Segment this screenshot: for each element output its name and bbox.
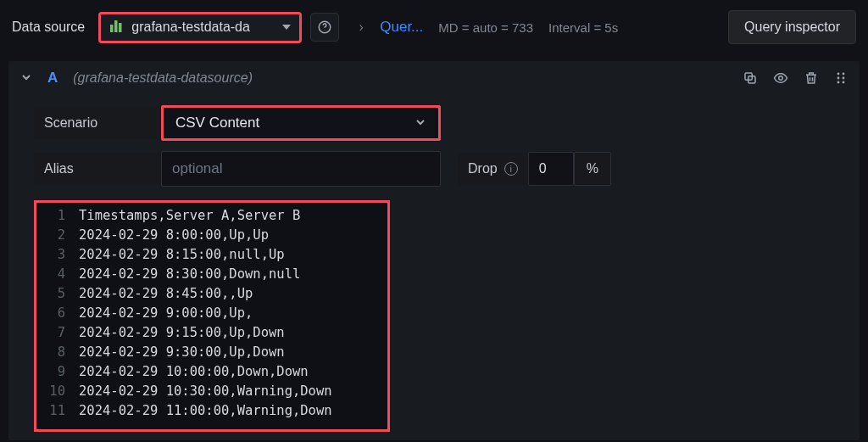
datasource-label: Data source (12, 20, 85, 35)
scenario-select[interactable]: CSV Content (161, 105, 441, 141)
line-content: 2024-02-29 11:00:00,Warning,Down (79, 401, 332, 421)
line-content: Timestamps,Server A,Server B (79, 206, 300, 226)
alias-label: Alias (34, 153, 161, 185)
query-header: A (grafana-testdata-datasource) (8, 61, 860, 102)
svg-rect-0 (110, 25, 114, 32)
datasource-name: grafana-testdata-da (131, 20, 274, 35)
delete-button[interactable] (804, 70, 819, 86)
datasource-picker[interactable]: grafana-testdata-da (98, 12, 302, 43)
line-content: 2024-02-29 10:30:00,Warning,Down (79, 382, 332, 401)
stat-md: MD = auto = 733 (438, 20, 533, 35)
visibility-toggle[interactable] (773, 70, 788, 86)
editor-line[interactable]: 92024-02-29 10:00:00,Down,Down (36, 362, 387, 382)
line-number: 4 (36, 265, 79, 284)
collapse-toggle[interactable] (20, 71, 32, 86)
query-inspector-button[interactable]: Query inspector (728, 10, 856, 44)
editor-line[interactable]: 82024-02-29 9:30:00,Up,Down (36, 343, 387, 362)
drop-label-text: Drop (468, 161, 498, 176)
editor-line[interactable]: 32024-02-29 8:15:00,null,Up (36, 245, 387, 265)
editor-line[interactable]: 1Timestamps,Server A,Server B (36, 206, 387, 226)
scenario-label: Scenario (34, 107, 161, 139)
line-content: 2024-02-29 9:15:00,Up,Down (79, 323, 285, 343)
svg-point-13 (843, 81, 845, 84)
chevron-down-icon (415, 116, 426, 131)
scenario-row: Scenario CSV Content (8, 102, 860, 144)
editor-line[interactable]: 42024-02-29 8:30:00,Down,null (36, 265, 387, 284)
csv-editor[interactable]: 1Timestamps,Server A,Server B22024-02-29… (34, 200, 390, 432)
copy-button[interactable] (743, 70, 758, 86)
help-button[interactable] (310, 13, 339, 42)
line-number: 7 (36, 323, 79, 343)
breadcrumb-query-link[interactable]: Quer... (380, 19, 423, 36)
stat-interval: Interval = 5s (548, 20, 618, 35)
line-content: 2024-02-29 9:30:00,Up,Down (79, 343, 285, 362)
editor-line[interactable]: 52024-02-29 8:45:00,,Up (36, 284, 387, 304)
line-content: 2024-02-29 8:30:00,Down,null (79, 265, 300, 284)
editor-line[interactable]: 22024-02-29 8:00:00,Up,Up (36, 226, 387, 245)
line-number: 5 (36, 284, 79, 304)
svg-point-7 (779, 76, 783, 81)
line-number: 1 (36, 206, 79, 226)
chevron-down-icon (282, 25, 291, 30)
svg-point-9 (843, 73, 845, 76)
query-actions (743, 70, 848, 86)
editor-line[interactable]: 102024-02-29 10:30:00,Warning,Down (36, 382, 387, 401)
editor-line[interactable]: 112024-02-29 11:00:00,Warning,Down (36, 401, 387, 421)
svg-point-11 (843, 77, 845, 80)
svg-rect-1 (114, 20, 118, 32)
testdata-icon (109, 20, 123, 36)
line-content: 2024-02-29 9:00:00,Up, (79, 304, 253, 323)
drop-label: Drop i (458, 153, 528, 185)
query-panel: A (grafana-testdata-datasource) Scena (8, 61, 860, 440)
line-number: 9 (36, 362, 79, 382)
editor-line[interactable]: 72024-02-29 9:15:00,Up,Down (36, 323, 387, 343)
svg-rect-2 (119, 23, 122, 32)
editor-line[interactable]: 62024-02-29 9:00:00,Up, (36, 304, 387, 323)
line-number: 3 (36, 245, 79, 265)
line-content: 2024-02-29 10:00:00,Down,Down (79, 362, 309, 382)
line-number: 8 (36, 343, 79, 362)
breadcrumb-caret-icon: › (351, 20, 371, 35)
line-content: 2024-02-29 8:45:00,,Up (79, 284, 253, 304)
topbar: Data source grafana-testdata-da › Quer..… (0, 0, 868, 61)
line-content: 2024-02-29 8:15:00,null,Up (79, 245, 285, 265)
line-number: 6 (36, 304, 79, 323)
query-letter[interactable]: A (47, 70, 58, 87)
svg-point-10 (837, 77, 840, 80)
line-number: 10 (36, 382, 79, 401)
line-number: 2 (36, 226, 79, 245)
drop-unit: % (574, 152, 611, 186)
svg-point-8 (837, 73, 840, 76)
svg-point-4 (325, 30, 326, 31)
line-number: 11 (36, 401, 79, 421)
svg-point-12 (837, 81, 840, 84)
alias-input[interactable] (161, 151, 441, 187)
query-source: (grafana-testdata-datasource) (73, 70, 253, 86)
line-content: 2024-02-29 8:00:00,Up,Up (79, 226, 269, 245)
scenario-value: CSV Content (175, 115, 259, 131)
drop-input[interactable] (528, 152, 574, 186)
alias-row: Alias Drop i % (8, 144, 860, 193)
drag-handle[interactable] (834, 70, 848, 86)
info-icon[interactable]: i (504, 162, 518, 176)
